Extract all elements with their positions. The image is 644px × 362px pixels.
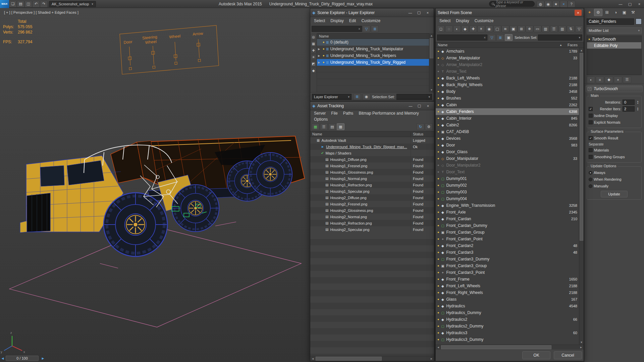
manipulator-panel[interactable]: Door Steering Wheel Wheel Arrow	[118, 21, 222, 80]
scene-object-row[interactable]: ●◆Cabin28266	[436, 122, 579, 128]
menu-customize[interactable]: Customize	[472, 18, 496, 24]
visibility-bulb-icon[interactable]: ●	[437, 103, 439, 107]
find-input[interactable]: ×	[437, 35, 487, 41]
table-view-icon[interactable]: ▤	[328, 123, 336, 130]
scene-object-row[interactable]: ●▣CAT_AD45B	[436, 128, 579, 135]
scene-object-row[interactable]: ●▣Front_Cardan_Group	[436, 229, 579, 236]
collapse-rollout-icon[interactable]: −	[588, 87, 591, 91]
scrollbar-thumb[interactable]	[441, 345, 551, 349]
faces-column-header[interactable]: Faces	[564, 43, 579, 47]
scene-object-row[interactable]: ●◆Hydraulics360	[436, 329, 579, 336]
utilities-tab-icon[interactable]: ⚒	[629, 9, 637, 16]
layer-row[interactable]: ▶●≣Underground_Mining_Truck_Manipulator	[317, 46, 429, 52]
scene-object-row[interactable]: ●◆Engine_With_Transmission3258	[436, 202, 579, 209]
filter-icon[interactable]: ▽	[488, 34, 496, 41]
scene-object-row[interactable]: ●▢Hydraulics2_Dummy	[436, 323, 579, 329]
explicit-normals-checkbox[interactable]	[589, 120, 593, 124]
asset-row[interactable]: ▤Housing2_Fresnel.pngFound	[310, 201, 434, 207]
show-end-result-icon[interactable]: ≡	[596, 76, 604, 83]
visibility-bulb-icon[interactable]: ●	[437, 284, 439, 288]
thumbnail-view-icon[interactable]: ▦	[337, 123, 344, 130]
pin-stack-icon[interactable]: ▪	[587, 76, 595, 83]
asset-row[interactable]: ▤Housing1_Fresnel.pngFound	[310, 163, 434, 169]
layer-mode-icon[interactable]: ≣	[353, 94, 361, 100]
find-icon[interactable]: ◎	[311, 34, 316, 40]
iterations-field[interactable]: 0	[623, 100, 635, 105]
select-none-icon[interactable]: ◌	[445, 25, 453, 32]
visibility-bulb-icon[interactable]: ●	[437, 324, 439, 328]
display-xrefs-filter-icon[interactable]: ⊞	[518, 25, 525, 32]
scene-object-row[interactable]: ●◆Door983	[436, 142, 579, 148]
ok-button[interactable]: OK	[522, 351, 550, 359]
asset-row[interactable]: ▤Housing1_Refraction.pngFound	[310, 182, 434, 188]
scene-object-row[interactable]: ●◆Back_Right_Wheels2188	[436, 81, 579, 88]
visibility-bulb-icon[interactable]: ●	[437, 224, 439, 227]
scene-object-row[interactable]: ●◆Armchairs1789	[436, 48, 579, 55]
visibility-bulb-icon[interactable]: ●	[437, 110, 439, 113]
column-chooser-icon[interactable]: ▥	[558, 25, 566, 32]
refresh-icon[interactable]: ↻	[417, 123, 424, 130]
expand-all-icon[interactable]: ▽	[575, 25, 583, 32]
undo-icon[interactable]: ↶	[32, 1, 40, 7]
menu-select[interactable]: Select	[437, 18, 453, 24]
smoothing-groups-checkbox[interactable]	[589, 155, 593, 159]
visibility-bulb-icon[interactable]: ●	[437, 311, 439, 314]
favorites-icon[interactable]: ★	[552, 1, 560, 7]
visibility-bulb-icon[interactable]: ●	[437, 97, 439, 100]
asset-tracking-titlebar[interactable]: ◈ Asset Tracking — ▢ ×	[310, 102, 434, 110]
always-radio[interactable]	[589, 171, 592, 175]
modifier-stack-item[interactable]: Editable Poly	[587, 42, 641, 49]
asset-row[interactable]: ▤Housing2_Specular.pngFound	[310, 226, 434, 233]
visibility-bulb-icon[interactable]: ●	[437, 70, 439, 73]
asset-row[interactable]: ▤Housing2_Glossiness.pngFound	[310, 207, 434, 214]
minimize-button[interactable]: —	[616, 0, 625, 8]
asset-row[interactable]: ▤Housing2_Diffuse.pngFound	[310, 194, 434, 201]
next-frame-icon[interactable]: ►	[41, 356, 45, 361]
modifier-enable-bulb-icon[interactable]: ●	[588, 38, 590, 41]
visibility-bulb-icon[interactable]: ●	[437, 137, 439, 140]
scene-object-row[interactable]: ●▢Dummy001	[436, 175, 579, 182]
name-column-header[interactable]: Name	[310, 132, 411, 136]
visibility-bulb-icon[interactable]: ●	[437, 190, 439, 194]
name-column-header[interactable]: Name	[317, 33, 429, 39]
visibility-bulb-icon[interactable]: ●	[437, 164, 439, 167]
asset-row[interactable]: ✔Maps / Shaders	[310, 150, 434, 156]
menu-bitmap-performance-and-memory[interactable]: Bitmap Performance and Memory	[356, 110, 421, 116]
vertical-scrollbar[interactable]: ▲ ▼	[429, 33, 434, 92]
sort-mode-icon[interactable]: ⇅	[567, 25, 575, 32]
visibility-bulb-icon[interactable]: ●	[437, 210, 439, 214]
maximize-button[interactable]: ▢	[415, 103, 423, 109]
menu-options[interactable]: Options	[311, 116, 330, 122]
scene-object-row[interactable]: ●◆Devices3568	[436, 135, 579, 142]
visibility-bulb-icon[interactable]: ●	[437, 204, 439, 207]
display-shapes-filter-icon[interactable]: ✚	[469, 25, 477, 32]
viewport-label[interactable]: [ + ] [ Perspective ] [ Shaded + Edged F…	[4, 10, 78, 14]
display-bones-filter-icon[interactable]: ❄	[526, 25, 533, 32]
infocenter-search[interactable]: Type a keyword or phrase	[489, 1, 535, 7]
layer-row[interactable]: ▶●≣Underground_Mining_Truck_Dirty_Rigged	[317, 59, 429, 66]
menu-select[interactable]: Select	[311, 18, 328, 24]
scene-object-row[interactable]: ●◆Brushes552	[436, 95, 579, 102]
perspective-viewport[interactable]: z x y Door Steering Wheel Wheel Arrow	[0, 8, 311, 362]
status-column-header[interactable]: Status	[411, 132, 434, 136]
settings-icon[interactable]: ⚙	[425, 123, 433, 130]
modify-tab-icon[interactable]: ⚙	[594, 9, 602, 16]
menu-display[interactable]: Display	[453, 18, 472, 24]
visibility-bulb-icon[interactable]: ●	[437, 90, 439, 93]
selection-set-combo[interactable]: ▾	[396, 94, 432, 100]
minimize-button[interactable]: —	[407, 103, 415, 109]
app-exchange-icon[interactable]: ×	[560, 1, 568, 7]
scroll-left-icon[interactable]: ◄	[436, 345, 441, 350]
menu-paths[interactable]: Paths	[340, 110, 356, 116]
visibility-bulb-icon[interactable]: ●	[437, 83, 439, 86]
scene-object-row[interactable]: ●◆Cabin_Fenders6398	[436, 108, 579, 115]
scene-object-row[interactable]: ●+Front_Cardan3_Point	[436, 269, 579, 276]
manually-radio[interactable]	[589, 184, 592, 188]
vertical-scrollbar[interactable]: ▲ ▼	[579, 48, 584, 345]
visibility-bulb-icon[interactable]: ●	[437, 298, 439, 301]
expand-arrow-icon[interactable]: ▶	[318, 48, 321, 51]
iterations-spinner[interactable]: ▲▼	[636, 101, 640, 104]
display-containers-filter-icon[interactable]: ▭	[534, 25, 541, 32]
save-file-icon[interactable]: ◫	[24, 1, 32, 7]
scene-explorer-titlebar[interactable]: ◈ Scene Explorer - Layer Explorer — ▢ ×	[310, 8, 434, 17]
